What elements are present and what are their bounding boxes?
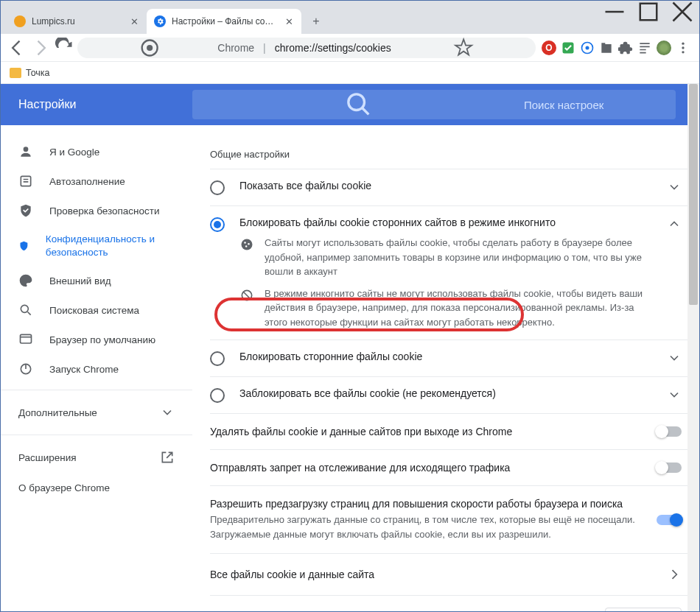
sidebar-item-security-check[interactable]: Проверка безопасности [1, 196, 192, 225]
toggle-clear-on-exit[interactable]: Удалять файлы cookie и данные сайтов при… [210, 413, 687, 449]
radio-icon[interactable] [210, 180, 225, 195]
all-cookies-link[interactable]: Все файлы cookie и данные сайта [210, 553, 687, 595]
tab-title: Настройки – Файлы cookie и др [172, 16, 278, 27]
section-title: Общие настройки [210, 137, 687, 169]
palette-icon [18, 273, 33, 288]
address-bar: Chrome | chrome://settings/cookies O [1, 34, 699, 62]
ext-icon-6[interactable] [637, 41, 652, 55]
option-block-3p-incognito[interactable]: Блокировать файлы cookie сторонних сайто… [210, 205, 687, 340]
minimize-button[interactable] [598, 1, 631, 23]
scrollbar[interactable] [687, 84, 699, 611]
block-icon [239, 288, 254, 303]
avatar[interactable] [657, 41, 671, 55]
svg-point-10 [24, 147, 29, 152]
folder-icon [10, 68, 21, 78]
toggle-switch[interactable] [657, 515, 682, 525]
svg-point-9 [349, 94, 365, 110]
close-window-button[interactable] [665, 1, 699, 23]
add-button[interactable]: Добавить [605, 608, 682, 611]
chevron-down-icon[interactable] [667, 180, 682, 194]
radio-icon[interactable] [210, 351, 225, 366]
ext-icon-2[interactable] [561, 41, 575, 55]
search-icon [204, 90, 514, 119]
chevron-down-icon[interactable] [667, 387, 682, 402]
bookmarks-bar: Точка [1, 62, 699, 84]
sidebar: Я и Google Автозаполнение Проверка безоп… [1, 84, 192, 611]
sidebar-item-label: Проверка безопасности [49, 205, 160, 217]
toggle-do-not-track[interactable]: Отправлять запрет на отслеживание для ис… [210, 449, 687, 485]
ext-icon-1[interactable]: O [542, 41, 556, 55]
toggle-switch[interactable] [657, 426, 682, 437]
sidebar-item-label: Браузер по умолчанию [49, 334, 155, 345]
url-scheme: Chrome [217, 42, 254, 54]
tab-settings[interactable]: Настройки – Файлы cookie и др ✕ [147, 9, 301, 34]
omnibox[interactable]: Chrome | chrome://settings/cookies [77, 38, 536, 58]
radio-icon[interactable] [210, 217, 225, 232]
option-desc: В режиме инкогнито сайты не могут исполь… [265, 286, 652, 330]
menu-icon[interactable] [676, 41, 690, 55]
tab-title: Lumpics.ru [32, 16, 123, 27]
reload-button[interactable] [54, 38, 74, 58]
sidebar-item-search-engine[interactable]: Поисковая система [1, 295, 192, 325]
shield-icon [18, 239, 29, 253]
option-label: Заблокировать все файлы cookie (не реком… [239, 387, 652, 399]
scrollbar-thumb[interactable] [689, 84, 698, 305]
new-tab-button[interactable]: + [306, 11, 326, 32]
sidebar-extensions[interactable]: Расширения [1, 441, 192, 474]
option-label: Блокировать сторонние файлы cookie [239, 351, 652, 362]
maximize-button[interactable] [631, 1, 665, 23]
forward-button[interactable] [30, 38, 51, 58]
option-label: Блокировать файлы cookie сторонних сайто… [239, 217, 652, 228]
settings-search[interactable] [192, 90, 676, 119]
option-block-3p[interactable]: Блокировать сторонние файлы cookie [210, 340, 687, 376]
svg-rect-0 [640, 4, 657, 21]
sidebar-item-me-and-google[interactable]: Я и Google [1, 137, 192, 166]
option-show-all[interactable]: Показать все файлы cookie [210, 169, 687, 205]
toggle-sub: Предварительно загружать данные со стран… [210, 513, 645, 541]
url-path: chrome://settings/cookies [275, 42, 391, 54]
sidebar-item-label: Поисковая система [49, 305, 139, 316]
sidebar-item-appearance[interactable]: Внешний вид [1, 266, 192, 295]
option-desc: Сайты могут использовать файлы cookie, ч… [265, 236, 652, 279]
toggle-title: Удалять файлы cookie и данные сайтов при… [210, 426, 645, 437]
sidebar-item-label: Запуск Chrome [49, 364, 119, 375]
svg-point-6 [682, 42, 684, 44]
chevron-down-icon[interactable] [667, 351, 682, 365]
sidebar-item-label: Внешний вид [49, 275, 111, 286]
chevron-up-icon[interactable] [667, 217, 682, 231]
toggle-title: Отправлять запрет на отслеживание для ис… [210, 462, 645, 474]
sidebar-item-startup[interactable]: Запуск Chrome [1, 354, 192, 384]
ext-icon-5[interactable] [618, 41, 633, 55]
toggle-title: Разрешить предзагрузку страниц для повыш… [210, 498, 645, 510]
svg-point-8 [682, 51, 684, 53]
close-icon[interactable]: ✕ [129, 16, 139, 27]
search-input[interactable] [524, 99, 664, 111]
favicon-settings [154, 15, 166, 27]
autofill-icon [18, 174, 33, 189]
bookmark-item[interactable]: Точка [26, 68, 50, 78]
tab-lumpics[interactable]: Lumpics.ru ✕ [7, 9, 147, 34]
back-button[interactable] [7, 38, 27, 58]
toggle-preload[interactable]: Разрешить предзагрузку страниц для повыш… [210, 485, 687, 553]
sidebar-item-default-browser[interactable]: Браузер по умолчанию [1, 325, 192, 354]
chevron-right-icon [667, 567, 682, 582]
svg-rect-13 [21, 334, 32, 343]
chevron-down-icon [160, 405, 175, 420]
toggle-switch[interactable] [657, 462, 682, 473]
svg-point-7 [682, 46, 684, 49]
svg-point-5 [586, 46, 589, 49]
sidebar-item-privacy[interactable]: Конфиденциальность и безопасность [1, 225, 192, 266]
sidebar-item-autofill[interactable]: Автозаполнение [1, 166, 192, 196]
chrome-icon [86, 38, 213, 58]
ext-icon-4[interactable] [599, 41, 614, 55]
titlebar: Lumpics.ru ✕ Настройки – Файлы cookie и … [1, 1, 699, 34]
sidebar-advanced[interactable]: Дополнительные [1, 396, 192, 429]
ext-icon-3[interactable] [580, 41, 595, 55]
radio-icon[interactable] [210, 388, 225, 403]
extensions-label: Расширения [18, 452, 77, 463]
external-link-icon [160, 450, 175, 465]
close-icon[interactable]: ✕ [284, 16, 294, 27]
star-icon[interactable] [400, 38, 527, 58]
option-block-all[interactable]: Заблокировать все файлы cookie (не реком… [210, 376, 687, 413]
sidebar-about[interactable]: О браузере Chrome [1, 474, 192, 502]
